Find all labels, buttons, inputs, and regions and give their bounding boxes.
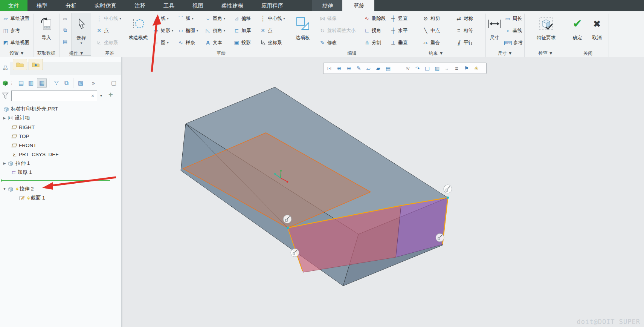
centerline-button[interactable]: ┆ 中心线 ▾	[259, 14, 286, 23]
feature-requirements-button[interactable]: 特征要求	[534, 13, 558, 55]
group-label-editing[interactable]: 编辑	[317, 50, 386, 57]
tab-flexible-modeling[interactable]: 柔性建模	[212, 0, 252, 11]
model-tree-icon[interactable]	[1, 78, 10, 88]
cancel-button[interactable]: ✖ 取消	[588, 13, 606, 55]
selection-filter-icon[interactable]: ✳	[472, 64, 481, 72]
shading-icon[interactable]: ▰	[374, 64, 383, 72]
symmetric-constraint-button[interactable]: ⇄ 对称	[455, 14, 474, 23]
sketch-plane-face[interactable]	[183, 133, 371, 228]
filter-clear-icon[interactable]: ×	[91, 93, 94, 99]
tab-annotate[interactable]: 注释	[125, 0, 154, 11]
group-label-datum[interactable]: 基准	[94, 50, 125, 57]
model-left-wall[interactable]	[181, 124, 359, 286]
perimeter-dimension-button[interactable]: ▭ 周长	[504, 14, 523, 23]
model-top-face[interactable]	[186, 87, 448, 234]
tree-row-csys[interactable]: PRT_CSYS_DEF	[11, 150, 59, 158]
view-manager-icon[interactable]: ⚑	[462, 64, 471, 72]
expand-arrow-icon[interactable]: ▶	[2, 161, 7, 165]
zoom-region-icon[interactable]: ⊡	[325, 64, 334, 72]
filter-dropdown-icon[interactable]: ▾	[100, 94, 102, 98]
coincident-constraint-button[interactable]: -o- 重合	[421, 38, 441, 48]
group-label-operations[interactable]: 操作 ▼	[60, 50, 93, 57]
rectangle-button[interactable]: ▭ 矩形 ▾	[152, 26, 174, 35]
zoom-in-icon[interactable]: ⊕	[335, 64, 343, 72]
tab-applications[interactable]: 应用程序	[252, 0, 292, 11]
coordinate-system-button[interactable]: 坐标系	[259, 38, 283, 48]
preview-front-face[interactable]	[288, 206, 401, 272]
copy-button[interactable]: ⧉	[61, 26, 69, 35]
tree-row-design-items[interactable]: ▶ 设计项	[2, 114, 30, 122]
tree-row-section-1[interactable]: ※ 截面 1	[18, 194, 45, 202]
sketch-setup-button[interactable]: ▱ 草绘设置	[2, 14, 30, 23]
thicken-button[interactable]: ⊏ 加厚	[232, 26, 252, 35]
divide-button[interactable]: ⋔ 分割	[363, 38, 382, 48]
chamfer-button[interactable]: ◺ 倒角 ▾	[204, 26, 226, 35]
construction-mode-button[interactable]: 构造模式	[127, 13, 150, 55]
display-style-icon[interactable]: ▤	[384, 64, 392, 72]
tree-more-chevron[interactable]: »	[89, 78, 98, 88]
tree-row-part[interactable]: 标签打印机外壳.PRT	[2, 105, 58, 113]
annotation-display-icon[interactable]: ↷	[413, 64, 422, 72]
tree-detail-icon[interactable]: ▥	[26, 78, 35, 88]
wireframe-display-icon[interactable]: ▨	[433, 64, 441, 72]
tree-row-thicken-1[interactable]: ⊏ 加厚 1	[11, 168, 32, 177]
group-label-inspect[interactable]: 检查 ▼	[525, 50, 566, 57]
line-button[interactable]: ╱ 线 ▾	[152, 14, 169, 23]
tab-extrude-context[interactable]: 拉伸	[312, 0, 342, 11]
saved-orientations-icon[interactable]	[394, 64, 402, 72]
group-label-close[interactable]: 关闭	[568, 50, 608, 57]
group-label-dimension[interactable]: 尺寸 ▼	[486, 50, 524, 57]
tree-row-front-plane[interactable]: FRONT	[11, 141, 37, 149]
vertex-dot[interactable]	[287, 227, 289, 229]
ok-button[interactable]: ✔ 确定	[568, 13, 586, 55]
measure-icon[interactable]: ↔	[443, 64, 451, 72]
paste-button[interactable]: ▤	[61, 37, 69, 46]
spin-center-icon[interactable]: ▢	[423, 64, 432, 72]
reference-dimension-button[interactable]: REF 参考	[504, 38, 523, 48]
modify-button[interactable]: ✎ 修改	[318, 38, 337, 48]
tab-model[interactable]: 模型	[27, 0, 56, 11]
graphics-area[interactable]: ⊡ ⊕ ⊖ ✎ ▱ ▰ ▤ ×/ ↷ ▢ ▨ ↔ ≣ ⚑ ✳	[122, 57, 644, 327]
drag-handle[interactable]	[291, 249, 299, 257]
cut-button[interactable]: ✂	[61, 14, 69, 23]
expand-arrow-icon[interactable]: ▶	[2, 116, 7, 120]
group-label-sketching[interactable]: 草绘	[126, 50, 316, 57]
group-label-get-data[interactable]: 获取数据	[34, 50, 59, 57]
folder-browser-tab[interactable]	[13, 59, 27, 70]
dimension-button[interactable]: 尺寸	[486, 13, 503, 55]
tree-row-right-plane[interactable]: RIGHT	[11, 123, 35, 131]
text-button[interactable]: A 文本	[204, 38, 223, 48]
group-label-settings[interactable]: 设置 ▼	[1, 50, 33, 57]
tree-settings-icon[interactable]: ▧	[76, 78, 85, 88]
view-normal-icon[interactable]: ≣	[452, 64, 461, 72]
model-3d-view[interactable]	[122, 57, 644, 327]
tree-columns-toggle[interactable]: ▦	[37, 78, 47, 88]
delete-segment-button[interactable]: ∿ 删除段	[363, 14, 387, 23]
arc-button[interactable]: ⌒ 弧 ▾	[177, 14, 194, 23]
offset-button[interactable]: ⊿ 偏移	[232, 14, 252, 23]
favorites-tab[interactable]	[29, 59, 43, 70]
vertical-constraint-button[interactable]: ┼ 竖直	[389, 14, 408, 23]
tab-file[interactable]: 文件	[0, 0, 27, 11]
circle-button[interactable]: ○ 圆 ▾	[152, 38, 169, 48]
vertex-dot[interactable]	[447, 197, 449, 199]
palette-button[interactable]: 选项板	[291, 13, 314, 55]
tree-row-top-plane[interactable]: TOP	[11, 132, 29, 140]
corner-button[interactable]: ∟ 拐角	[363, 26, 382, 35]
select-button[interactable]: 选择 ▼	[72, 13, 91, 56]
equal-constraint-button[interactable]: = 相等	[455, 26, 474, 35]
tree-filter-input[interactable]	[11, 91, 97, 101]
references-button[interactable]: ◫ 参考	[2, 26, 21, 35]
tree-doc-icon[interactable]: ▢	[109, 78, 118, 88]
datum-display-icon[interactable]: ×/	[403, 64, 412, 72]
collapse-arrow-icon[interactable]: ▼	[2, 187, 7, 191]
project-button[interactable]: ▣ 投影	[232, 38, 252, 48]
tab-live-simulation[interactable]: 实时仿真	[85, 0, 125, 11]
tab-view[interactable]: 视图	[183, 0, 212, 11]
import-button[interactable]: 导入	[36, 13, 57, 55]
horizontal-constraint-button[interactable]: ┼ 水平	[389, 26, 408, 35]
repaint-icon[interactable]: ✎	[354, 64, 363, 72]
baseline-dimension-button[interactable]: ▫ 基线	[504, 26, 523, 35]
ellipse-button[interactable]: ○ 椭圆 ▾	[177, 26, 199, 35]
model-right-wall[interactable]	[343, 198, 448, 286]
